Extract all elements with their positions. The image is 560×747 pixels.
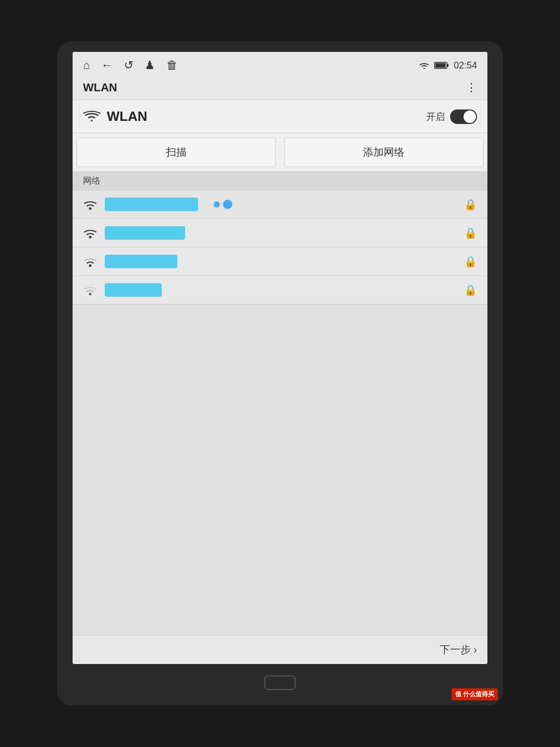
network-list: 🔒 🔒	[73, 190, 487, 635]
trash-icon[interactable]: 🗑	[166, 59, 178, 72]
svg-point-6	[89, 293, 92, 296]
svg-point-5	[89, 265, 92, 267]
network-name-area	[105, 226, 464, 240]
toggle-label: 开启	[426, 110, 445, 123]
dot-large	[223, 200, 232, 209]
clock: 02:54	[454, 60, 477, 71]
list-item[interactable]: 🔒	[73, 219, 487, 247]
svg-rect-2	[447, 64, 449, 67]
wifi-signal-icon	[83, 255, 97, 268]
title-bar: WLAN ⋮	[73, 79, 487, 100]
back-icon[interactable]: ←	[101, 59, 113, 72]
home-icon[interactable]: ⌂	[83, 59, 90, 72]
dot-small	[214, 201, 220, 208]
status-bar: ⌂ ← ↺ ♟ 🗑 02:54	[73, 52, 487, 79]
list-item[interactable]: 🔒	[73, 190, 487, 219]
next-step-bar: 下一步 ›	[73, 635, 487, 664]
wifi-signal-icon	[83, 284, 97, 296]
section-header: 网络	[73, 172, 487, 190]
wifi-signal-icon	[83, 227, 97, 239]
status-bar-nav: ⌂ ← ↺ ♟ 🗑	[83, 59, 178, 72]
list-item[interactable]: 🔒	[73, 276, 487, 305]
wifi-signal-icon	[83, 198, 97, 211]
wifi-status-icon	[418, 61, 430, 70]
menu-icon[interactable]: ⋮	[466, 81, 477, 94]
network-name-2	[105, 226, 185, 240]
add-network-button[interactable]: 添加网络	[284, 137, 483, 167]
network-name-area	[105, 198, 464, 211]
wlan-header: WLAN 开启	[73, 100, 487, 133]
svg-point-3	[89, 208, 92, 210]
page-title: WLAN	[83, 81, 117, 94]
network-name-1	[105, 198, 198, 211]
lock-icon: 🔒	[464, 198, 477, 211]
action-buttons: 扫描 添加网络	[73, 133, 487, 172]
lock-icon: 🔒	[464, 227, 477, 239]
network-name-area	[105, 283, 464, 297]
network-name-area	[105, 255, 464, 268]
wlan-toggle[interactable]	[450, 109, 477, 124]
next-step-button[interactable]: 下一步 ›	[440, 643, 477, 657]
wlan-header-left: WLAN	[83, 108, 147, 125]
battery-icon	[434, 61, 450, 70]
device: ⌂ ← ↺ ♟ 🗑 02:54	[57, 42, 503, 706]
network-name-3	[105, 255, 177, 268]
svg-rect-1	[435, 63, 445, 68]
refresh-icon[interactable]: ↺	[124, 59, 133, 72]
screen: ⌂ ← ↺ ♟ 🗑 02:54	[73, 52, 487, 664]
user-icon[interactable]: ♟	[145, 59, 155, 72]
lock-icon: 🔒	[464, 284, 477, 296]
toggle-knob	[464, 110, 476, 123]
connected-indicators	[214, 200, 232, 209]
status-bar-right: 02:54	[418, 60, 477, 71]
list-item[interactable]: 🔒	[73, 247, 487, 276]
svg-point-4	[89, 236, 92, 239]
lock-icon: 🔒	[464, 255, 477, 268]
wlan-title: WLAN	[107, 108, 147, 125]
network-name-4	[105, 283, 162, 297]
home-button[interactable]	[264, 675, 296, 690]
wlan-wifi-icon	[83, 109, 101, 124]
scan-button[interactable]: 扫描	[77, 137, 276, 167]
watermark: 值 什么值得买	[452, 688, 498, 700]
wlan-toggle-area: 开启	[426, 109, 477, 124]
